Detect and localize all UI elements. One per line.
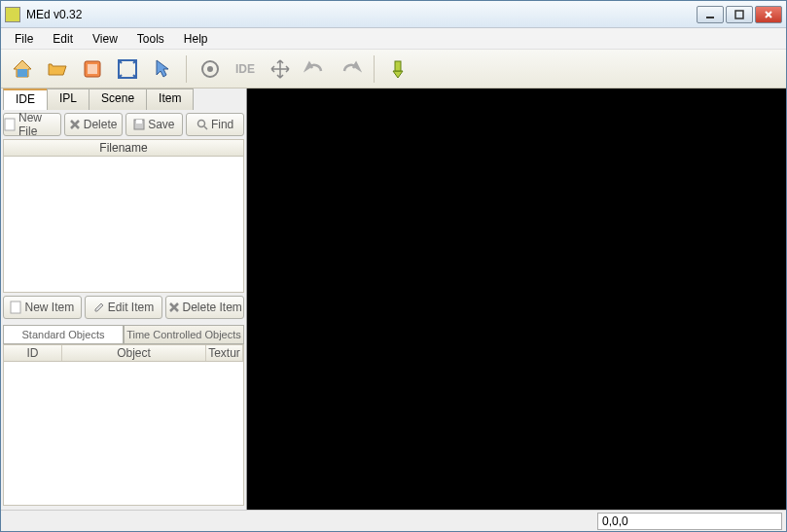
save-icon (133, 119, 145, 130)
tab-ipl[interactable]: IPL (47, 89, 89, 110)
undo-button[interactable] (300, 53, 331, 85)
maximize-icon (734, 10, 744, 19)
delete-label: Delete (84, 118, 118, 131)
box-button[interactable] (77, 53, 108, 85)
delete-x-icon (69, 119, 81, 130)
col-id[interactable]: ID (4, 345, 62, 361)
open-button[interactable] (42, 53, 73, 85)
menu-edit[interactable]: Edit (43, 30, 83, 48)
move-button[interactable] (265, 53, 296, 85)
delete-button[interactable]: Delete (64, 113, 123, 136)
panel-tabs: IDE IPL Scene Item (3, 89, 244, 110)
svg-rect-12 (395, 61, 401, 71)
record-icon (198, 57, 222, 81)
download-arrow-icon (386, 57, 410, 81)
redo-button[interactable] (335, 53, 366, 85)
left-panel: IDE IPL Scene Item New File Delete Save (1, 89, 246, 510)
new-item-button[interactable]: New Item (3, 296, 82, 319)
edit-item-button[interactable]: Edit Item (85, 296, 163, 319)
move-icon (268, 57, 292, 81)
subtab-time-controlled-objects[interactable]: Time Controlled Objects (124, 325, 244, 344)
file-icon (4, 118, 16, 131)
app-window: MEd v0.32 File Edit View Tools Help (0, 0, 787, 532)
app-icon (5, 7, 20, 22)
menu-view[interactable]: View (83, 30, 127, 48)
window-title: MEd v0.32 (26, 8, 697, 21)
tab-ide[interactable]: IDE (3, 89, 48, 110)
content-area: IDE IPL Scene Item New File Delete Save (1, 89, 786, 510)
close-button[interactable] (755, 6, 782, 23)
maximize-button[interactable] (726, 6, 753, 23)
svg-rect-15 (136, 120, 142, 124)
redo-icon (339, 57, 362, 81)
save-button[interactable]: Save (125, 113, 184, 136)
svg-text:IDE: IDE (235, 62, 255, 76)
object-list[interactable] (3, 362, 244, 506)
menu-tools[interactable]: Tools (127, 30, 174, 48)
new-item-label: New Item (24, 301, 74, 314)
ide-icon: IDE (233, 59, 257, 79)
window-controls (697, 6, 782, 23)
cursor-button[interactable] (147, 53, 178, 85)
toolbar: IDE (1, 50, 786, 89)
filename-header[interactable]: Filename (3, 139, 244, 157)
download-button[interactable] (382, 53, 413, 85)
svg-point-10 (207, 66, 213, 72)
save-label: Save (148, 118, 174, 131)
minimize-button[interactable] (697, 6, 724, 23)
svg-line-17 (204, 126, 207, 129)
tab-scene[interactable]: Scene (89, 89, 147, 110)
titlebar: MEd v0.32 (1, 1, 786, 28)
find-button[interactable]: Find (186, 113, 244, 136)
close-icon (764, 10, 773, 19)
col-texture[interactable]: Textur (206, 345, 243, 361)
svg-rect-18 (11, 301, 20, 313)
toolbar-separator (374, 55, 375, 83)
delete-item-button[interactable]: Delete Item (165, 296, 244, 319)
viewport-3d[interactable] (246, 89, 786, 510)
undo-icon (304, 57, 327, 81)
box-icon (81, 57, 104, 81)
ide-button[interactable]: IDE (230, 53, 261, 85)
new-file-label: New File (18, 111, 60, 138)
menubar: File Edit View Tools Help (1, 28, 786, 50)
object-subtabs: Standard Objects Time Controlled Objects (3, 325, 244, 344)
item-button-row: New Item Edit Item Delete Item (3, 293, 244, 322)
svg-rect-5 (18, 69, 27, 77)
edit-icon (93, 301, 105, 313)
expand-button[interactable] (112, 53, 143, 85)
delete-item-label: Delete Item (183, 301, 242, 314)
record-button[interactable] (195, 53, 226, 85)
statusbar: 0,0,0 (1, 510, 786, 531)
expand-icon (116, 57, 139, 81)
delete-x-icon (168, 301, 180, 313)
svg-point-16 (197, 121, 204, 127)
menu-file[interactable]: File (5, 30, 43, 48)
cursor-icon (151, 57, 174, 81)
svg-rect-1 (735, 11, 743, 18)
svg-rect-13 (5, 119, 15, 130)
file-button-row: New File Delete Save Find (3, 110, 244, 139)
svg-rect-7 (88, 64, 97, 74)
edit-item-label: Edit Item (108, 301, 154, 314)
menu-help[interactable]: Help (174, 30, 218, 48)
object-columns-header: ID Object Textur (3, 344, 244, 362)
toolbar-separator (186, 55, 187, 83)
col-object[interactable]: Object (62, 345, 206, 361)
home-icon (11, 57, 34, 81)
filename-list[interactable] (3, 157, 244, 293)
home-button[interactable] (7, 53, 38, 85)
find-label: Find (211, 118, 233, 131)
new-file-button[interactable]: New File (3, 113, 61, 136)
find-icon (197, 119, 208, 130)
tab-item[interactable]: Item (146, 89, 194, 110)
minimize-icon (705, 10, 715, 19)
status-coords: 0,0,0 (597, 513, 782, 530)
file-icon (10, 301, 21, 314)
folder-open-icon (46, 57, 69, 81)
subtab-standard-objects[interactable]: Standard Objects (3, 325, 124, 344)
